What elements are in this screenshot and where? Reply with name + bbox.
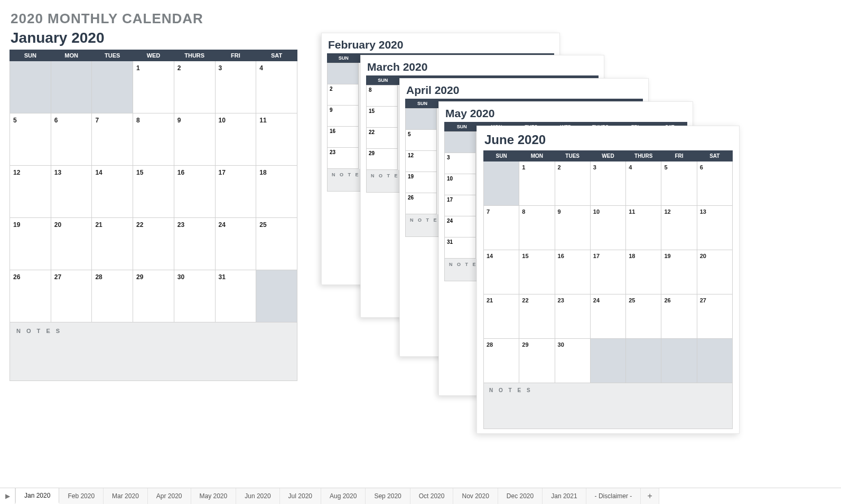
tab-nav-icon[interactable]: ▶ bbox=[0, 488, 15, 504]
day-cell[interactable]: 3 bbox=[215, 61, 256, 113]
day-cell[interactable]: 5 bbox=[661, 161, 697, 206]
day-cell[interactable]: 12 bbox=[661, 206, 697, 250]
day-cell[interactable]: 9 bbox=[328, 106, 359, 127]
day-cell[interactable]: 6 bbox=[697, 161, 732, 206]
day-cell[interactable] bbox=[661, 339, 697, 383]
day-cell[interactable]: 8 bbox=[133, 113, 174, 166]
day-cell[interactable]: 16 bbox=[328, 127, 359, 148]
day-cell[interactable]: 27 bbox=[697, 294, 732, 339]
day-cell[interactable] bbox=[328, 63, 359, 84]
day-cell[interactable]: 9 bbox=[174, 113, 215, 166]
day-cell[interactable]: 2 bbox=[174, 61, 215, 113]
day-cell[interactable]: 10 bbox=[590, 206, 625, 250]
day-cell[interactable]: 25 bbox=[626, 294, 661, 339]
notes-area[interactable]: N O T E S bbox=[10, 322, 297, 381]
day-cell[interactable]: 10 bbox=[445, 174, 476, 195]
day-cell[interactable]: 21 bbox=[484, 294, 519, 339]
day-cell[interactable]: 31 bbox=[445, 237, 476, 259]
day-cell[interactable]: 20 bbox=[51, 218, 92, 270]
sheet-tab[interactable]: Aug 2020 bbox=[321, 488, 366, 504]
day-cell[interactable]: 13 bbox=[697, 206, 732, 250]
day-cell[interactable]: 15 bbox=[133, 166, 174, 218]
day-cell[interactable]: 20 bbox=[697, 250, 732, 294]
day-cell[interactable]: 15 bbox=[367, 107, 398, 128]
day-cell[interactable]: 14 bbox=[484, 250, 519, 294]
day-cell[interactable]: 31 bbox=[215, 270, 256, 322]
sheet-tab[interactable]: Jan 2021 bbox=[543, 488, 586, 504]
day-cell[interactable]: 29 bbox=[133, 270, 174, 322]
sheet-tab[interactable]: Oct 2020 bbox=[410, 488, 454, 504]
day-cell[interactable]: 12 bbox=[10, 166, 51, 218]
day-cell[interactable]: 16 bbox=[174, 166, 215, 218]
day-cell[interactable]: 11 bbox=[626, 206, 661, 250]
day-cell[interactable]: 26 bbox=[10, 270, 51, 322]
day-cell[interactable]: 23 bbox=[555, 294, 590, 339]
day-cell[interactable]: 18 bbox=[256, 166, 297, 218]
day-cell[interactable] bbox=[92, 61, 133, 113]
day-cell[interactable]: 6 bbox=[51, 113, 92, 166]
day-cell[interactable]: 1 bbox=[519, 161, 555, 206]
day-cell[interactable]: 19 bbox=[661, 250, 697, 294]
day-cell[interactable]: 5 bbox=[10, 113, 51, 166]
day-cell[interactable]: 24 bbox=[445, 216, 476, 237]
day-cell[interactable]: 10 bbox=[215, 113, 256, 166]
day-cell[interactable]: 14 bbox=[92, 166, 133, 218]
add-sheet-button[interactable]: + bbox=[641, 488, 659, 504]
sheet-tab[interactable]: Apr 2020 bbox=[148, 488, 191, 504]
day-cell[interactable]: 2 bbox=[555, 161, 590, 206]
day-cell[interactable]: 2 bbox=[328, 84, 359, 106]
sheet-tab[interactable]: Jun 2020 bbox=[236, 488, 279, 504]
sheet-tab[interactable]: Sep 2020 bbox=[366, 488, 410, 504]
day-cell[interactable]: 17 bbox=[590, 250, 625, 294]
day-cell[interactable]: 24 bbox=[590, 294, 625, 339]
day-cell[interactable]: 1 bbox=[133, 61, 174, 113]
sheet-tab[interactable]: May 2020 bbox=[191, 488, 237, 504]
day-cell[interactable]: 23 bbox=[174, 218, 215, 270]
day-cell[interactable]: 27 bbox=[51, 270, 92, 322]
day-cell[interactable] bbox=[590, 339, 625, 383]
day-cell[interactable]: 4 bbox=[626, 161, 661, 206]
day-cell[interactable] bbox=[697, 339, 732, 383]
day-cell[interactable]: 29 bbox=[367, 149, 398, 170]
day-cell[interactable] bbox=[10, 61, 51, 113]
day-cell[interactable]: 23 bbox=[328, 148, 359, 169]
sheet-tab[interactable]: Feb 2020 bbox=[59, 488, 104, 504]
day-cell[interactable]: 17 bbox=[445, 195, 476, 216]
day-cell[interactable]: 8 bbox=[367, 85, 398, 107]
day-cell[interactable]: 5 bbox=[406, 130, 437, 151]
day-cell[interactable]: 15 bbox=[519, 250, 555, 294]
day-cell[interactable]: 9 bbox=[555, 206, 590, 250]
day-cell[interactable] bbox=[626, 339, 661, 383]
day-cell[interactable]: 19 bbox=[406, 172, 437, 193]
notes-area[interactable]: N O T E S bbox=[483, 383, 733, 429]
day-cell[interactable]: 22 bbox=[133, 218, 174, 270]
day-cell[interactable]: 11 bbox=[256, 113, 297, 166]
day-cell[interactable] bbox=[256, 270, 297, 322]
day-cell[interactable]: 24 bbox=[215, 218, 256, 270]
day-cell[interactable]: 30 bbox=[555, 339, 590, 383]
sheet-tab[interactable]: Jan 2020 bbox=[15, 488, 59, 503]
day-cell[interactable]: 7 bbox=[92, 113, 133, 166]
day-cell[interactable]: 25 bbox=[256, 218, 297, 270]
day-cell[interactable]: 4 bbox=[256, 61, 297, 113]
day-cell[interactable]: 17 bbox=[215, 166, 256, 218]
sheet-tab[interactable]: - Disclaimer - bbox=[586, 488, 641, 504]
day-cell[interactable]: 26 bbox=[406, 193, 437, 214]
day-cell[interactable]: 12 bbox=[406, 151, 437, 172]
day-cell[interactable]: 22 bbox=[519, 294, 555, 339]
day-cell[interactable]: 30 bbox=[174, 270, 215, 322]
day-cell[interactable] bbox=[406, 109, 437, 130]
day-cell[interactable]: 3 bbox=[445, 153, 476, 174]
day-cell[interactable]: 28 bbox=[92, 270, 133, 322]
day-cell[interactable]: 3 bbox=[590, 161, 625, 206]
sheet-tab[interactable]: Mar 2020 bbox=[104, 488, 148, 504]
day-cell[interactable]: 19 bbox=[10, 218, 51, 270]
day-cell[interactable]: 13 bbox=[51, 166, 92, 218]
day-cell[interactable]: 18 bbox=[626, 250, 661, 294]
day-cell[interactable]: 29 bbox=[519, 339, 555, 383]
day-cell[interactable] bbox=[51, 61, 92, 113]
day-cell[interactable] bbox=[484, 161, 519, 206]
day-cell[interactable]: 7 bbox=[484, 206, 519, 250]
sheet-tab[interactable]: Jul 2020 bbox=[280, 488, 321, 504]
day-cell[interactable]: 28 bbox=[484, 339, 519, 383]
